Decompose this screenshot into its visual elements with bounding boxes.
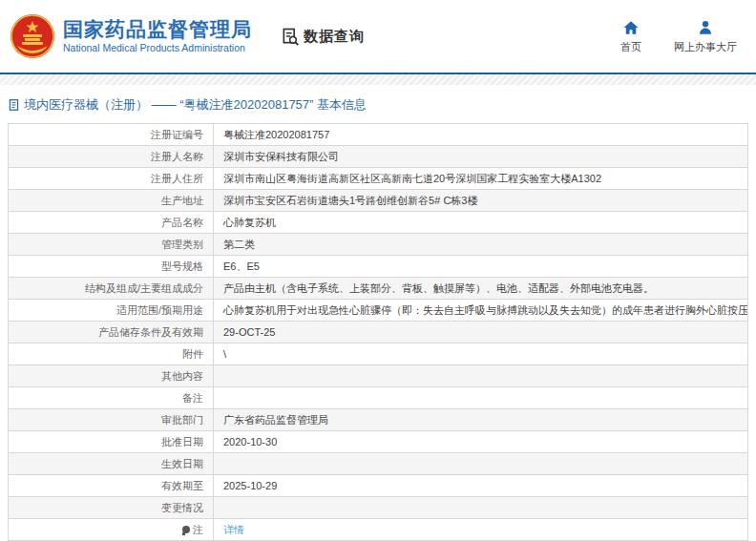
person-icon xyxy=(697,19,714,36)
row-value: E6、E5 xyxy=(214,256,747,277)
row-label: 注 xyxy=(9,519,214,540)
row-value: 粤械注准20202081757 xyxy=(214,124,747,145)
nav-home-label: 首页 xyxy=(620,40,641,54)
row-value: 深圳市南山区粤海街道高新区社区高新南七道20号深圳国家工程实验室大楼A1302 xyxy=(214,168,747,189)
table-row: 变更情况 xyxy=(9,497,747,519)
row-value: 心肺复苏机用于对出现急性心脏骤停（即：失去自主呼吸与脉搏跳动以及失去知觉）的成年… xyxy=(214,300,747,321)
row-label: 批准日期 xyxy=(9,431,214,452)
row-value: 深圳市宝安区石岩街道塘头1号路创维创新谷5# C栋3楼 xyxy=(214,190,747,211)
table-row: 附件\ xyxy=(9,343,747,365)
table-row: 产品储存条件及有效期29-OCT-25 xyxy=(9,322,747,343)
row-value: 广东省药品监督管理局 xyxy=(214,409,747,430)
nav-online-hall-label: 网上办事大厅 xyxy=(674,40,737,54)
row-label: 附件 xyxy=(9,343,214,364)
table-row: 注详情 xyxy=(9,519,747,541)
document-icon xyxy=(8,98,20,112)
nav-online-hall[interactable]: 网上办事大厅 xyxy=(674,19,737,54)
header: 国家药品监督管理局 National Medical Products Admi… xyxy=(0,0,756,73)
row-label: 适用范围/预期用途 xyxy=(9,300,214,321)
header-hatch-band xyxy=(0,74,756,85)
row-value xyxy=(214,497,747,518)
row-label: 生产地址 xyxy=(9,190,214,211)
org-title-block: 国家药品监督管理局 National Medical Products Admi… xyxy=(63,18,252,54)
table-row: 其他内容 xyxy=(9,365,747,387)
row-label: 注册人名称 xyxy=(9,146,214,167)
row-label: 有效期至 xyxy=(9,475,214,496)
table-row: 型号规格E6、E5 xyxy=(9,256,747,278)
detail-link[interactable]: 详情 xyxy=(223,524,244,535)
org-title: 国家药品监督管理局 xyxy=(63,18,252,40)
table-row: 生效日期 xyxy=(9,453,747,475)
info-table: 注册证编号粤械注准20202081757注册人名称深圳市安保科技有限公司注册人住… xyxy=(8,123,748,541)
table-row: 有效期至2025-10-29 xyxy=(9,475,747,497)
org-subtitle: National Medical Products Administration xyxy=(63,43,252,54)
table-row: 注册人名称深圳市安保科技有限公司 xyxy=(9,146,747,168)
row-value: 心肺复苏机 xyxy=(214,212,747,233)
row-value: 详情 xyxy=(214,519,747,540)
data-query-label: 数据查询 xyxy=(304,28,365,46)
row-label: 结构及组成/主要组成成分 xyxy=(9,278,214,299)
row-label: 注册人住所 xyxy=(9,168,214,189)
breadcrumb: 境内医疗器械（注册） —— “粤械注准20202081757” 基本信息 xyxy=(0,85,756,121)
table-row: 产品名称心肺复苏机 xyxy=(9,212,747,234)
row-value: 深圳市安保科技有限公司 xyxy=(214,146,747,167)
row-value xyxy=(214,453,747,474)
row-label: 审批部门 xyxy=(9,409,214,430)
national-emblem-logo xyxy=(10,13,55,59)
data-query-icon xyxy=(281,27,300,46)
table-row: 注册证编号粤械注准20202081757 xyxy=(9,124,747,146)
row-label: 注册证编号 xyxy=(9,124,214,145)
row-value xyxy=(214,387,747,408)
row-label: 生效日期 xyxy=(9,453,214,474)
table-row: 审批部门广东省药品监督管理局 xyxy=(9,409,747,431)
data-query-nav[interactable]: 数据查询 xyxy=(281,27,365,46)
breadcrumb-text: 境内医疗器械（注册） —— “粤械注准20202081757” 基本信息 xyxy=(24,96,367,114)
table-row: 生产地址深圳市宝安区石岩街道塘头1号路创维创新谷5# C栋3楼 xyxy=(9,190,747,212)
row-label: 管理类别 xyxy=(9,234,214,255)
row-value: 2020-10-30 xyxy=(214,431,747,452)
nav-home[interactable]: 首页 xyxy=(620,19,641,54)
row-label: 产品储存条件及有效期 xyxy=(9,322,214,343)
table-row: 注册人住所深圳市南山区粤海街道高新区社区高新南七道20号深圳国家工程实验室大楼A… xyxy=(9,168,747,190)
row-label: 变更情况 xyxy=(9,497,214,518)
home-icon xyxy=(622,19,640,36)
row-label: 其他内容 xyxy=(9,365,214,386)
table-row: 结构及组成/主要组成成分产品由主机（含电子系统、上装部分、背板、触摸屏等）、电池… xyxy=(9,278,747,300)
top-nav: 首页 网上办事大厅 xyxy=(620,19,743,54)
row-value: 2025-10-29 xyxy=(214,475,747,496)
table-row: 适用范围/预期用途心肺复苏机用于对出现急性心脏骤停（即：失去自主呼吸与脉搏跳动以… xyxy=(9,300,747,322)
note-icon xyxy=(182,526,190,533)
table-row: 管理类别第二类 xyxy=(9,234,747,256)
row-value: 29-OCT-25 xyxy=(214,322,747,343)
row-label: 产品名称 xyxy=(9,212,214,233)
table-row: 批准日期2020-10-30 xyxy=(9,431,747,453)
row-value: \ xyxy=(214,343,747,364)
row-label: 型号规格 xyxy=(9,256,214,277)
row-value: 产品由主机（含电子系统、上装部分、背板、触摸屏等）、电池、适配器、外部电池充电器… xyxy=(214,278,747,299)
table-row: 备注 xyxy=(9,387,747,409)
row-value: 第二类 xyxy=(214,234,747,255)
row-value xyxy=(214,365,747,386)
row-label: 备注 xyxy=(9,387,214,408)
